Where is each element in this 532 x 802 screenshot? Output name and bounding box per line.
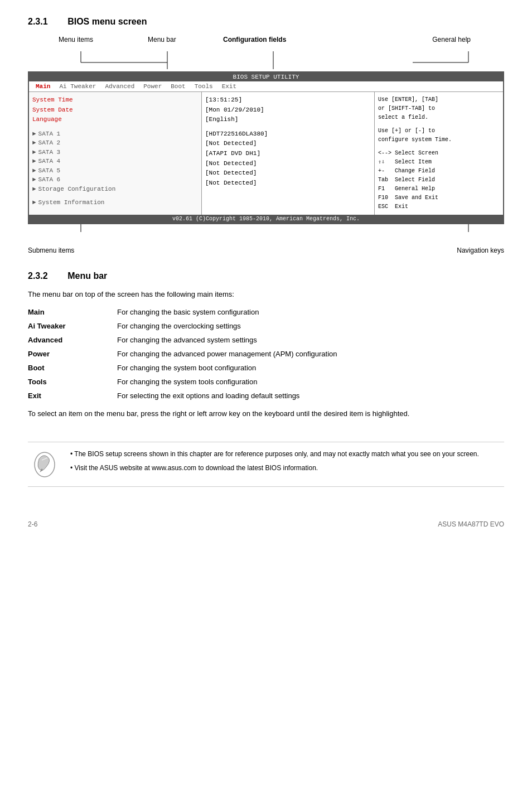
label-menu-bar: Menu bar: [148, 36, 176, 44]
bios-sata4: ►SATA 4: [32, 157, 198, 166]
bios-date-value: [Mon 01/29/2010]: [205, 105, 371, 115]
menu-item-main: Main: [28, 305, 117, 319]
bios-menu-advanced[interactable]: Advanced: [100, 83, 139, 90]
bios-menu-ai-tweaker[interactable]: Ai Tweaker: [55, 83, 100, 90]
bios-system-info: ►System Information: [32, 198, 198, 207]
bios-nav-f1: F1 General Help: [378, 185, 500, 194]
bios-sata6-value: [Not Detected]: [205, 178, 371, 189]
bios-sata5-value: [Not Detected]: [205, 168, 371, 178]
bios-nav-screen: <--> Select Screen: [378, 149, 500, 158]
section-231: 2.3.1 BIOS menu screen Menu items Menu b…: [28, 17, 504, 254]
bios-language: Language: [32, 115, 198, 125]
menu-desc-main: For changing the basic system configurat…: [117, 305, 504, 319]
pen-icon: [31, 449, 59, 480]
bios-sata1: ►SATA 1: [32, 129, 198, 139]
bios-content: System Time System Date Language ►SATA 1…: [29, 92, 503, 215]
bios-title-bar: BIOS SETUP UTILITY: [29, 73, 503, 81]
bios-sata2: ►SATA 2: [32, 138, 198, 148]
product-name: ASUS M4A87TD EVO: [438, 520, 504, 528]
bios-menubar: Main Ai Tweaker Advanced Power Boot Tool…: [29, 81, 503, 92]
table-row: Boot For changing the system boot config…: [28, 361, 504, 375]
bios-nav-f10: F10 Save and Exit: [378, 194, 500, 202]
menu-item-tools: Tools: [28, 375, 117, 389]
section-231-title: 2.3.1 BIOS menu screen: [28, 17, 504, 27]
page-number: 2-6: [28, 520, 37, 528]
menu-items-table: Main For changing the basic system confi…: [28, 305, 504, 403]
note-content: • The BIOS setup screens shown in this c…: [70, 449, 504, 474]
bios-menu-power[interactable]: Power: [139, 83, 166, 90]
bios-nav-tab: Tab Select Field: [378, 176, 500, 185]
bios-nav-esc: ESC Exit: [378, 202, 500, 211]
bios-help3: select a field.: [378, 113, 500, 122]
bios-menu-exit[interactable]: Exit: [217, 83, 241, 90]
bios-help1: Use [ENTER], [TAB]: [378, 95, 500, 104]
menu-desc-advanced: For changing the advanced system setting…: [117, 333, 504, 347]
bios-sata3: ►SATA 3: [32, 148, 198, 157]
bios-screen: BIOS SETUP UTILITY Main Ai Tweaker Advan…: [28, 71, 504, 224]
menu-desc-ai-tweaker: For changing the overclocking settings: [117, 319, 504, 333]
bottom-labels: Submenu items Navigation keys: [28, 247, 504, 254]
menu-item-exit: Exit: [28, 389, 117, 403]
bios-nav-item: ⇧⇩ Select Item: [378, 158, 500, 167]
bios-help4: Use [+] or [-] to: [378, 127, 500, 136]
bios-nav-field: +- Change Field: [378, 167, 500, 176]
section-231-heading: BIOS menu screen: [67, 17, 147, 26]
section-232: 2.3.2 Menu bar The menu bar on top of th…: [28, 271, 504, 419]
menu-item-advanced: Advanced: [28, 333, 117, 347]
note-box: • The BIOS setup screens shown in this c…: [28, 442, 504, 487]
menu-item-ai-tweaker: Ai Tweaker: [28, 319, 117, 333]
bios-left-panel: System Time System Date Language ►SATA 1…: [29, 92, 202, 215]
section-232-number: 2.3.2: [28, 271, 48, 281]
bios-time-value: [13:51:25]: [205, 95, 371, 105]
table-row: Power For changing the advanced power ma…: [28, 347, 504, 361]
table-row: Advanced For changing the advanced syste…: [28, 333, 504, 347]
menu-bar-intro: The menu bar on top of the screen has th…: [28, 290, 504, 298]
note-2: • Visit the ASUS website at www.asus.com…: [70, 463, 504, 474]
bottom-connectors: [28, 224, 507, 242]
bios-sata1-value: [HDT722516DLA380]: [205, 129, 371, 139]
bios-sata4-value: [Not Detected]: [205, 159, 371, 169]
section-232-title: 2.3.2 Menu bar: [28, 271, 504, 281]
bios-right-panel: Use [ENTER], [TAB] or [SHIFT-TAB] to sel…: [375, 92, 503, 215]
label-submenu-items: Submenu items: [28, 247, 74, 254]
bios-sata5: ►SATA 5: [32, 166, 198, 176]
connector-lines: [28, 51, 507, 69]
table-row: Main For changing the basic system confi…: [28, 305, 504, 319]
note-icon: [28, 449, 61, 480]
menu-desc-tools: For changing the system tools configurat…: [117, 375, 504, 389]
table-row: Exit For selecting the exit options and …: [28, 389, 504, 403]
menu-desc-power: For changing the advanced power manageme…: [117, 347, 504, 361]
bios-menu-main[interactable]: Main: [31, 83, 55, 90]
bios-sata2-value: [Not Detected]: [205, 139, 371, 149]
bios-center-panel: [13:51:25] [Mon 01/29/2010] [English] [H…: [202, 92, 375, 215]
bios-sata6: ►SATA 6: [32, 175, 198, 185]
table-row: Ai Tweaker For changing the overclocking…: [28, 319, 504, 333]
label-menu-items: Menu items: [59, 36, 93, 44]
bios-footer: v02.61 (C)Copyright 1985-2010, American …: [29, 215, 503, 223]
bios-language-value: [English]: [205, 115, 371, 125]
menu-desc-boot: For changing the system boot configurati…: [117, 361, 504, 375]
bios-storage-config: ►Storage Configuration: [32, 185, 198, 194]
select-note: To select an item on the menu bar, press…: [28, 408, 504, 419]
label-general-help: General help: [432, 36, 471, 44]
bios-nav-section: <--> Select Screen ⇧⇩ Select Item +- Cha…: [378, 149, 500, 211]
note-1: • The BIOS setup screens shown in this c…: [70, 449, 504, 460]
section-231-number: 2.3.1: [28, 17, 48, 26]
bios-menu-tools[interactable]: Tools: [190, 83, 217, 90]
page-footer: 2-6 ASUS M4A87TD EVO: [28, 520, 504, 528]
bios-menu-boot[interactable]: Boot: [166, 83, 190, 90]
label-config-fields: Configuration fields: [223, 36, 286, 44]
bios-system-time: System Time: [32, 95, 198, 105]
bios-sata3-value: [ATAPI DVD DH1]: [205, 149, 371, 159]
section-232-heading: Menu bar: [67, 271, 107, 281]
label-navigation-keys: Navigation keys: [457, 247, 504, 254]
table-row: Tools For changing the system tools conf…: [28, 375, 504, 389]
bios-system-date: System Date: [32, 105, 198, 115]
menu-item-power: Power: [28, 347, 117, 361]
bios-help2: or [SHIFT-TAB] to: [378, 104, 500, 113]
bios-help5: configure system Time.: [378, 136, 500, 144]
menu-item-boot: Boot: [28, 361, 117, 375]
menu-desc-exit: For selecting the exit options and loadi…: [117, 389, 504, 403]
